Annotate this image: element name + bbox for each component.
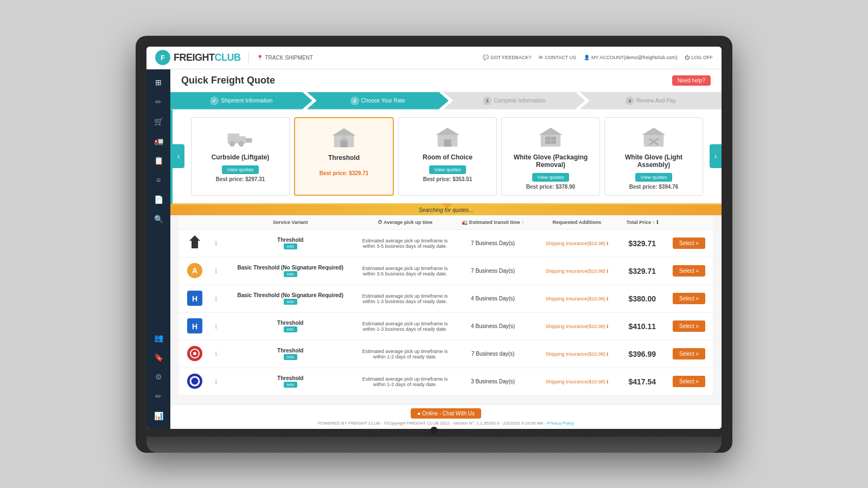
card-white-glove-asm[interactable]: White Glove (Light Assembly) View quotes… xyxy=(604,117,703,196)
additions-cell: Shipping Insurance($10.98) ℹ xyxy=(535,257,620,285)
select-button[interactable]: Select xyxy=(673,376,705,387)
step-1-label: Shipment Information xyxy=(221,98,272,104)
feedback-icon: 💬 xyxy=(483,55,489,60)
transit-time-cell: 7 Business day(s) xyxy=(451,340,535,368)
user-icon: 👤 xyxy=(584,55,590,60)
pickup-time-cell: Estimated average pick up timeframe is w… xyxy=(359,340,451,368)
step-1-num: ✓ xyxy=(210,97,219,105)
privacy-link[interactable]: Privacy Policy xyxy=(547,421,574,426)
white-glove-asm-title: White Glove (Light Assembly) xyxy=(610,153,697,169)
curbside-view-quotes[interactable]: View quotes xyxy=(222,165,259,174)
insurance-link[interactable]: Shipping Insurance($10.98) ℹ xyxy=(545,379,608,384)
threshold-title: Threshold xyxy=(328,154,360,162)
cards-nav-right[interactable]: › xyxy=(710,144,722,168)
additions-cell: Shipping Insurance($10.98) ℹ xyxy=(535,312,620,340)
col-additions: Requested Additions xyxy=(535,215,620,230)
sidebar-item-dashboard[interactable]: ⊞ xyxy=(150,74,167,91)
service-info-button[interactable]: info xyxy=(284,326,297,332)
service-info-button[interactable]: info xyxy=(284,382,297,388)
insurance-link[interactable]: Shipping Insurance($10.98) ℹ xyxy=(545,351,608,357)
cards-nav-left[interactable]: ‹ xyxy=(173,144,184,168)
white-glove-pkg-view-quotes[interactable]: View quotes xyxy=(532,173,570,182)
curbside-icon xyxy=(227,125,254,149)
total-price-cell: $329.71 xyxy=(619,229,665,257)
sidebar-item-pen[interactable]: ✏ xyxy=(150,388,167,405)
white-glove-pkg-icon xyxy=(537,125,564,149)
table-row: H ℹ Basic Threshold (No Signature Requir… xyxy=(179,285,713,312)
white-glove-pkg-price: Best price: $378.90 xyxy=(526,184,576,190)
service-variant-cell: Basic Threshold (No Signature Required) … xyxy=(222,285,359,312)
insurance-link[interactable]: Shipping Insurance($10.98) ℹ xyxy=(545,268,608,274)
need-help-button[interactable]: Need help? xyxy=(672,75,711,86)
feedback-link[interactable]: 💬GOT FEEDBACK? xyxy=(483,55,531,60)
select-button[interactable]: Select xyxy=(673,265,705,277)
col-pickup-time: ⏱ Average pick up time xyxy=(359,215,451,230)
total-price-cell: $396.99 xyxy=(619,340,665,368)
white-glove-asm-view-quotes[interactable]: View quotes xyxy=(635,173,673,182)
service-variant-cell: Threshold info xyxy=(222,340,359,368)
service-info-button[interactable]: info xyxy=(284,299,297,305)
total-price-cell: $329.71 xyxy=(619,257,665,285)
contact-link[interactable]: ✉CONTACT US xyxy=(539,55,576,60)
step-2[interactable]: 2 Choose Your Rate xyxy=(307,92,449,110)
select-button[interactable]: Select xyxy=(673,320,705,332)
select-button[interactable]: Select xyxy=(673,348,705,359)
step-1[interactable]: ✓ Shipment Information xyxy=(170,92,312,110)
step-4[interactable]: 4 Review And Pay xyxy=(580,92,722,110)
sidebar: ⊞ ✏ 🛒 🚛 📋 ≡ 📄 🔍 👥 🔖 ⚙ ✏ 📊 xyxy=(146,69,170,429)
sidebar-item-clipboard[interactable]: 📋 xyxy=(150,152,167,169)
table-row: ℹ Threshold info Estimated average pick … xyxy=(179,368,713,395)
card-room-choice[interactable]: Room of Choice View quotes Best price: $… xyxy=(398,117,497,196)
sidebar-item-list[interactable]: ≡ xyxy=(150,171,167,189)
table-row: ℹ Threshold info Estimated average pick … xyxy=(179,340,713,368)
col-service-variant: Service Variant xyxy=(222,215,359,230)
nav-right-links: 💬GOT FEEDBACK? ✉CONTACT US 👤MY ACCOUNT(d… xyxy=(483,55,713,60)
select-cell: Select xyxy=(665,312,713,340)
card-curbside[interactable]: Curbside (Liftgate) View quotes Best pri… xyxy=(191,117,290,196)
service-info-button[interactable]: info xyxy=(284,271,297,277)
sidebar-item-users[interactable]: 👥 xyxy=(150,329,167,346)
sidebar-item-settings[interactable]: ⚙ xyxy=(150,368,167,386)
select-button[interactable]: Select xyxy=(673,237,705,249)
account-link[interactable]: 👤MY ACCOUNT(demo@freightclub.com) xyxy=(584,55,678,60)
track-shipment-button[interactable]: 📍 TRACK SHIPMENT xyxy=(257,55,313,61)
card-white-glove-pkg[interactable]: White Glove (Packaging Removal) View quo… xyxy=(501,117,600,196)
step-2-label: Choose Your Rate xyxy=(361,98,405,104)
select-cell: Select xyxy=(665,285,713,312)
sidebar-item-edit[interactable]: ✏ xyxy=(150,93,167,111)
card-threshold[interactable]: Threshold Best price: $329.71 xyxy=(294,117,394,196)
room-choice-view-quotes[interactable]: View quotes xyxy=(429,165,467,174)
logout-link[interactable]: ⏻LOG OFF xyxy=(685,55,713,60)
total-price-cell: $417.54 xyxy=(619,368,665,395)
svg-text:A: A xyxy=(192,266,197,275)
sidebar-item-freight[interactable]: 🚛 xyxy=(150,132,167,150)
total-price-cell: $380.00 xyxy=(619,285,665,312)
chat-button[interactable]: ● Online - Chat With Us xyxy=(411,408,481,419)
col-action xyxy=(665,215,713,230)
col-carrier-logo xyxy=(179,215,210,230)
step-3[interactable]: 3 Complete Information xyxy=(443,92,585,110)
sidebar-item-document[interactable]: 📄 xyxy=(150,191,167,208)
room-choice-price: Best price: $353.51 xyxy=(423,176,473,182)
table-row: H ℹ Threshold info Estimated average pic… xyxy=(179,312,713,340)
sidebar-item-cart[interactable]: 🛒 xyxy=(150,113,167,130)
col-info xyxy=(210,215,222,230)
service-variant-cell: Basic Threshold (No Signature Required) … xyxy=(222,257,359,285)
insurance-link[interactable]: Shipping Insurance($10.98) ℹ xyxy=(545,296,608,301)
select-button[interactable]: Select xyxy=(673,293,705,304)
step-2-num: 2 xyxy=(350,97,359,105)
location-icon: 📍 xyxy=(257,55,263,61)
insurance-link[interactable]: Shipping Insurance($10.98) ℹ xyxy=(545,241,608,246)
svg-marker-6 xyxy=(332,128,355,135)
sidebar-item-chart[interactable]: 📊 xyxy=(150,407,167,425)
transit-time-cell: 4 Business Day(s) xyxy=(451,285,535,312)
progress-steps: ✓ Shipment Information 2 Choose Your Rat… xyxy=(170,92,722,110)
table-row: ℹ Threshold info Estimated average pick … xyxy=(179,229,713,257)
insurance-link[interactable]: Shipping Insurance($10.98) ℹ xyxy=(545,324,608,329)
sidebar-item-search[interactable]: 🔍 xyxy=(150,210,167,228)
service-info-button[interactable]: info xyxy=(284,354,297,360)
carrier-info-cell: ℹ xyxy=(210,285,222,312)
sidebar-item-tag[interactable]: 🔖 xyxy=(150,349,167,366)
brand-icon: F xyxy=(155,50,170,65)
service-info-button[interactable]: info xyxy=(284,243,297,249)
